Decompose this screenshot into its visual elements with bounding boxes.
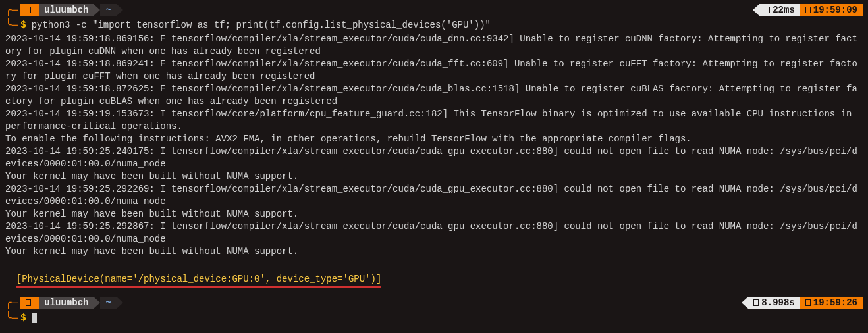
clock: 19:59:26	[800, 297, 863, 309]
command-text: python3 -c "import tensorflow as tf; pri…	[32, 20, 491, 30]
box-icon	[805, 7, 811, 13]
terminal-output: 2023-10-14 19:59:18.869156: E tensorflow…	[5, 32, 863, 259]
arrow-icon	[117, 4, 123, 16]
prompt-dollar: $	[20, 20, 26, 30]
prompt-path: ~	[100, 297, 116, 309]
command-line-2[interactable]: ╰─ $	[5, 311, 863, 324]
prompt-line-2: ╭─ uluumbch ~ 8.998s 19:59:26	[5, 295, 863, 310]
cursor	[32, 313, 37, 323]
clock: 19:59:09	[800, 4, 863, 16]
box-icon	[805, 299, 811, 306]
arrow-icon	[753, 4, 759, 16]
prompt-path: ~	[100, 4, 116, 16]
arrow-icon	[117, 297, 123, 309]
arrow-icon	[94, 297, 100, 309]
box-icon	[26, 7, 31, 13]
command-line-1[interactable]: ╰─ $ python3 -c "import tensorflow as tf…	[5, 18, 863, 32]
box-icon	[753, 299, 759, 306]
exec-time: 8.998s	[748, 297, 800, 309]
corner-glyph: ╰─	[5, 18, 18, 32]
arrow-icon	[742, 297, 748, 309]
prompt-user: uluumbch	[39, 4, 94, 16]
highlighted-output: [PhysicalDevice(name='/physical_device:G…	[5, 259, 863, 289]
corner-glyph: ╭─	[5, 3, 18, 16]
corner-glyph: ╰─	[5, 311, 18, 324]
arrow-icon	[94, 4, 100, 16]
gpu-device-result: [PhysicalDevice(name='/physical_device:G…	[16, 273, 382, 288]
corner-glyph: ╭─	[5, 296, 18, 309]
prompt-dollar: $	[20, 313, 26, 323]
box-icon	[26, 299, 31, 306]
prompt-line-1: ╭─ uluumbch ~ 22ms 19:59:09	[5, 3, 863, 17]
prompt-user: uluumbch	[39, 297, 94, 309]
box-icon	[765, 7, 770, 13]
exec-time: 22ms	[759, 4, 800, 16]
prompt-seg-left	[20, 297, 39, 309]
prompt-seg-left	[20, 4, 39, 16]
